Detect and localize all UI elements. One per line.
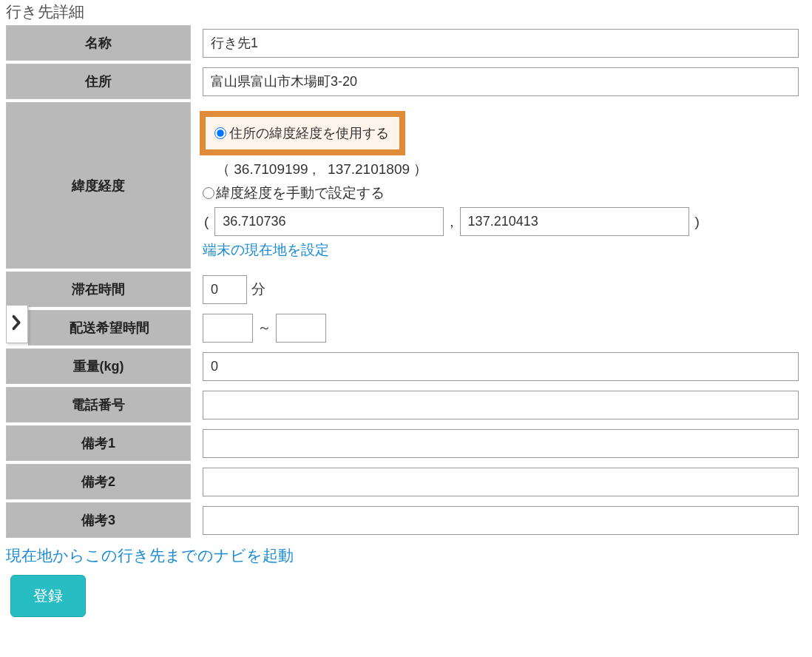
label-remark2: 備考2 bbox=[6, 464, 191, 499]
row-latlng: 緯度経度 住所の緯度経度を使用する （ 36.7109199 , 137.210… bbox=[6, 102, 806, 269]
paren-close: ） bbox=[413, 161, 427, 177]
input-delivery-to[interactable] bbox=[276, 314, 326, 343]
label-remark3: 備考3 bbox=[6, 502, 191, 538]
label-name: 名称 bbox=[6, 25, 191, 61]
input-weight[interactable] bbox=[203, 352, 799, 381]
paren-open-2: ( bbox=[204, 214, 209, 230]
minutes-suffix: 分 bbox=[251, 280, 265, 299]
radio-use-address-latlng-label: 住所の緯度経度を使用する bbox=[229, 124, 389, 142]
radio-manual-latlng-label: 緯度経度を手動で設定する bbox=[216, 183, 385, 203]
input-remark1[interactable] bbox=[203, 429, 799, 458]
paren-close-2: ) bbox=[695, 214, 700, 230]
highlight-use-address-latlng: 住所の緯度経度を使用する bbox=[200, 111, 405, 155]
sidebar-expand-handle[interactable] bbox=[6, 305, 28, 343]
link-set-current-location[interactable]: 端末の現在地を設定 bbox=[203, 240, 329, 260]
row-weight: 重量(kg) bbox=[6, 348, 806, 384]
row-name: 名称 bbox=[6, 25, 806, 61]
manual-comma: , bbox=[450, 214, 453, 230]
paren-open: （ bbox=[216, 161, 230, 177]
label-delivery-window: 配送希望時間 bbox=[28, 310, 191, 346]
radio-use-address-latlng[interactable] bbox=[214, 127, 226, 139]
tilde: ～ bbox=[257, 318, 271, 337]
row-stay: 滞在時間 分 bbox=[6, 272, 806, 307]
label-latlng: 緯度経度 bbox=[6, 102, 191, 269]
label-weight: 重量(kg) bbox=[6, 348, 191, 384]
input-address[interactable] bbox=[203, 67, 799, 96]
latlng-auto-display: （ 36.7109199 , 137.2101809 ） bbox=[203, 160, 427, 179]
label-remark1: 備考1 bbox=[6, 425, 191, 461]
row-address: 住所 bbox=[6, 64, 806, 99]
label-address: 住所 bbox=[6, 64, 191, 99]
row-delivery-window: 配送希望時間 ～ bbox=[6, 310, 806, 346]
row-remark3: 備考3 bbox=[6, 502, 806, 538]
link-launch-navigation[interactable]: 現在地からこの行き先までのナビを起動 bbox=[6, 545, 294, 566]
input-delivery-from[interactable] bbox=[203, 314, 253, 343]
radio-manual-latlng[interactable] bbox=[203, 187, 214, 199]
input-manual-lng[interactable] bbox=[460, 207, 689, 236]
label-stay: 滞在時間 bbox=[6, 272, 191, 307]
form-table: 名称 住所 緯度経度 住所の緯度経度を使用する （ 36.7109199 , bbox=[6, 25, 806, 538]
row-phone: 電話番号 bbox=[6, 387, 806, 422]
input-remark2[interactable] bbox=[203, 468, 799, 496]
label-phone: 電話番号 bbox=[6, 387, 191, 422]
auto-lng: 137.2101809 bbox=[328, 161, 410, 177]
input-name[interactable] bbox=[203, 29, 799, 58]
row-remark1: 備考1 bbox=[6, 425, 806, 461]
page-title: 行き先詳細 bbox=[6, 1, 806, 22]
auto-lat: 36.7109199 bbox=[234, 161, 308, 177]
manual-latlng-row: ( , ) bbox=[204, 207, 700, 236]
row-remark2: 備考2 bbox=[6, 464, 806, 499]
input-manual-lat[interactable] bbox=[214, 207, 444, 236]
submit-button[interactable]: 登録 bbox=[10, 575, 86, 617]
input-stay-minutes[interactable] bbox=[203, 275, 247, 304]
input-remark3[interactable] bbox=[203, 506, 799, 535]
chevron-right-icon bbox=[11, 314, 23, 334]
input-phone[interactable] bbox=[203, 391, 799, 420]
auto-comma: , bbox=[312, 161, 316, 177]
